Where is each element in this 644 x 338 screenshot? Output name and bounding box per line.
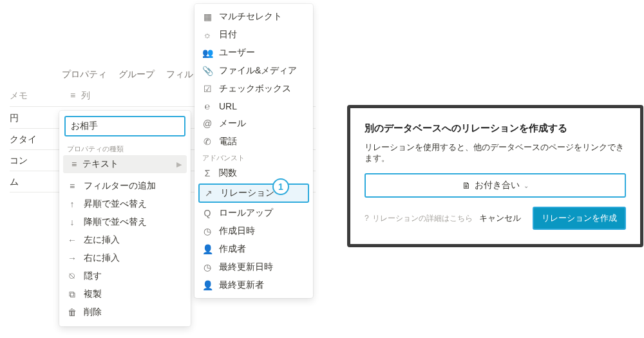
type-edited-by[interactable]: 👤最終更新者 [194, 276, 313, 294]
mail-icon: @ [202, 118, 213, 129]
menu-item-sort-desc[interactable]: ↓降順で並べ替え [59, 213, 191, 231]
type-created-by[interactable]: 👤作成者 [194, 240, 313, 258]
type-relation[interactable]: ↗リレーション [198, 183, 309, 203]
arrow-down-icon: ↓ [67, 217, 77, 227]
menu-item-insert-left[interactable]: ←左に挿入 [59, 231, 191, 249]
type-user[interactable]: 👥ユーザー [194, 44, 313, 62]
person-icon: 👤 [202, 280, 213, 290]
property-name-input[interactable]: お相手 [64, 116, 185, 136]
text-icon: ≡ [70, 90, 75, 100]
type-checkbox[interactable]: ☑チェックボックス [194, 80, 313, 98]
type-created-time[interactable]: ◷作成日時 [194, 222, 313, 240]
relation-modal: 別のデータベースへのリレーションを作成する リレーションを使用すると、他のデータ… [347, 105, 643, 247]
type-multiselect[interactable]: ▦マルチセレクト [194, 8, 313, 26]
target-database-select[interactable]: 🗎 お付き合い ⌄ [365, 173, 626, 198]
column-header-new[interactable]: 列 [81, 90, 210, 102]
property-type-section-label: プロパティの種類 [59, 142, 191, 155]
phone-icon: ✆ [202, 136, 213, 147]
person-icon: 👤 [202, 244, 213, 254]
create-relation-button[interactable]: リレーションを作成 [533, 207, 626, 230]
modal-description: リレーションを使用すると、他のデータベースのページをリンクできます。 [365, 142, 626, 164]
table-row: クタイ [10, 134, 37, 146]
type-file[interactable]: 📎ファイル&メディア [194, 62, 313, 80]
arrow-left-icon: ← [67, 235, 77, 245]
clock-icon: ◷ [202, 262, 213, 272]
help-link[interactable]: ? リレーションの詳細はこちら [365, 213, 473, 224]
cancel-button[interactable]: キャンセル [474, 209, 526, 228]
date-icon: ☼ [202, 30, 213, 40]
relation-icon: ↗ [204, 188, 214, 198]
type-date[interactable]: ☼日付 [194, 26, 313, 44]
formula-icon: Σ [202, 168, 213, 178]
table-row: コン [10, 155, 28, 167]
page-icon: 🗎 [462, 180, 471, 191]
text-icon: ≡ [68, 159, 80, 169]
type-edited-time[interactable]: ◷最終更新日時 [194, 258, 313, 276]
type-url[interactable]: ℮URL [194, 98, 313, 115]
property-type-label: テキスト [82, 158, 176, 170]
menu-item-sort-asc[interactable]: ↑昇順で並べ替え [59, 195, 191, 213]
type-formula[interactable]: Σ関数 [194, 164, 313, 182]
help-icon: ? [365, 214, 369, 223]
clock-icon: ◷ [202, 226, 213, 236]
table-row: 円 [10, 113, 19, 124]
chevron-right-icon: ▶ [176, 160, 182, 169]
menu-item-duplicate[interactable]: ⧉複製 [59, 285, 191, 303]
menu-item-add-filter[interactable]: ≡フィルターの追加 [59, 177, 191, 195]
filter-icon: ≡ [67, 181, 77, 191]
url-icon: ℮ [202, 101, 213, 111]
chevron-down-icon: ⌄ [524, 182, 529, 189]
property-type-submenu: ▦マルチセレクト ☼日付 👥ユーザー 📎ファイル&メディア ☑チェックボックス … [194, 4, 313, 298]
checkbox-icon: ☑ [202, 84, 213, 94]
target-database-label: お付き合い [475, 180, 520, 191]
arrow-right-icon: → [67, 253, 77, 263]
arrow-up-icon: ↑ [67, 199, 77, 209]
rollup-icon: Q [202, 208, 213, 218]
advanced-section-label: アドバンスト [194, 151, 313, 164]
type-phone[interactable]: ✆電話 [194, 133, 313, 151]
property-type-select[interactable]: ≡ テキスト ▶ [63, 155, 187, 173]
menu-item-insert-right[interactable]: →右に挿入 [59, 249, 191, 267]
duplicate-icon: ⧉ [67, 289, 77, 300]
toolbar-properties[interactable]: プロパティ [62, 69, 107, 79]
table-row: ム [10, 176, 19, 188]
attach-icon: 📎 [202, 66, 213, 76]
callout-1: 1 [272, 178, 289, 195]
type-rollup[interactable]: Qロールアップ [194, 204, 313, 222]
user-icon: 👥 [202, 48, 213, 58]
trash-icon: 🗑 [67, 307, 77, 317]
eye-off-icon: ⦰ [67, 271, 77, 282]
property-menu: お相手 プロパティの種類 ≡ テキスト ▶ ≡フィルターの追加 ↑昇順で並べ替え… [59, 111, 191, 326]
type-email[interactable]: @メール [194, 115, 313, 133]
multiselect-icon: ▦ [202, 12, 213, 22]
table-header: メモ ≡ 列 + [10, 90, 218, 102]
modal-title: 別のデータベースへのリレーションを作成する [365, 122, 626, 135]
menu-item-delete[interactable]: 🗑削除 [59, 303, 191, 321]
menu-item-hide[interactable]: ⦰隠す [59, 267, 191, 285]
toolbar-groups[interactable]: グループ [118, 69, 155, 79]
column-header-memo[interactable]: メモ [10, 90, 68, 102]
